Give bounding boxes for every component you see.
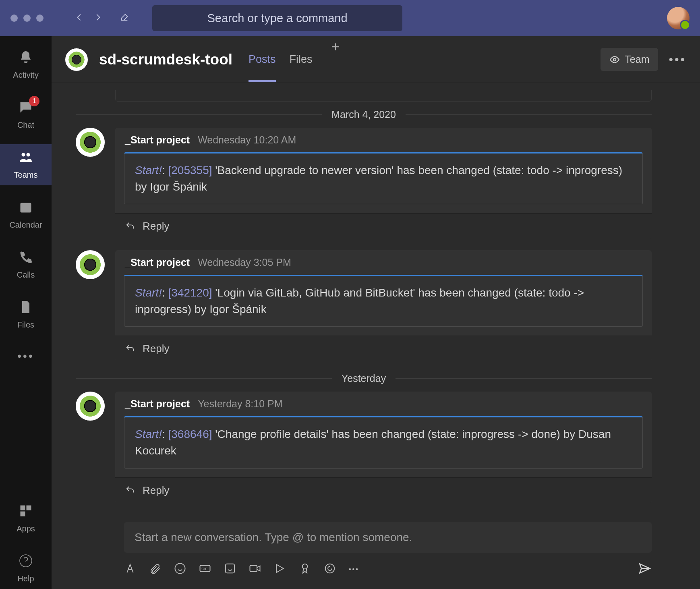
channel-tabs: Posts Files ＋ [249,37,345,82]
emoji-button[interactable] [174,562,186,576]
message-author[interactable]: _Start project [125,134,190,146]
file-icon [19,300,33,316]
rail-label: Chat [17,120,34,130]
reply-label: Reply [143,484,169,497]
channel-header: sd-scrumdesk-tool Posts Files ＋ Team ••• [52,36,700,83]
attach-button[interactable] [149,562,161,576]
user-avatar[interactable] [667,7,690,29]
rail-label: Calls [17,270,35,280]
date-divider: March 4, 2020 [76,109,652,120]
date-label: March 4, 2020 [331,109,396,120]
sender-avatar-icon[interactable] [76,250,105,279]
sender-avatar-icon[interactable] [76,128,105,157]
send-button[interactable] [638,562,652,577]
search-input[interactable] [152,5,402,31]
connector-card[interactable]: Start!: [368646] 'Change profile details… [124,416,643,468]
search-box[interactable] [152,5,402,31]
bell-icon [19,50,33,66]
chat-unread-badge: 1 [29,96,39,106]
history-nav [75,13,102,23]
rail-calendar[interactable]: Calendar [0,194,52,235]
message-thread: _Start project Yesterday 8:10 PM Start!:… [76,392,652,503]
rail-label: Calendar [9,220,42,230]
connector-card[interactable]: Start!: [205355] 'Backend upgrade to new… [124,152,643,204]
calendar-icon [19,200,33,216]
task-link[interactable]: [342120] [168,286,212,299]
rail-teams[interactable]: Teams [0,144,52,185]
channel-more-button[interactable]: ••• [669,53,686,66]
svg-rect-11 [226,564,235,573]
rail-calls[interactable]: Calls [0,244,52,285]
new-conversation-box[interactable] [124,522,652,553]
sender-avatar-icon[interactable] [76,392,105,421]
rail-activity[interactable]: Activity [0,44,52,85]
eye-icon [609,54,620,65]
svg-point-8 [175,564,185,574]
gif-button[interactable]: GIF [199,562,211,576]
message-author[interactable]: _Start project [125,257,190,268]
back-button[interactable] [75,13,84,23]
reply-icon [125,486,135,495]
add-tab-button[interactable]: ＋ [326,37,345,82]
task-link[interactable]: [368646] [168,428,212,440]
rail-help[interactable]: Help [0,548,52,589]
message-feed[interactable]: March 4, 2020 _Start project Wednesday 1… [52,83,700,522]
team-button-label: Team [625,54,649,65]
svg-point-14 [325,564,335,573]
message-thread: _Start project Wednesday 10:20 AM Start!… [76,128,652,239]
minimize-window-icon[interactable] [23,15,31,22]
phone-icon [19,250,33,266]
format-button[interactable] [124,562,136,576]
card-tag: Start! [135,428,162,440]
praise-button[interactable] [299,562,311,576]
meet-now-button[interactable] [249,562,261,576]
titlebar [0,0,700,36]
card-tag: Start! [135,286,162,299]
date-divider: Yesterday [76,373,652,384]
help-icon [19,554,33,570]
connector-card[interactable]: Start!: [342120] 'Login via GitLab, GitH… [124,275,643,327]
composer-input[interactable] [135,531,641,544]
message-time: Wednesday 10:20 AM [198,134,296,146]
svg-text:GIF: GIF [201,567,207,571]
rail-files[interactable]: Files [0,294,52,335]
channel-title: sd-scrumdesk-tool [99,51,232,68]
composer-toolbar: GIF ••• [124,562,652,577]
apps-icon [19,504,33,520]
rail-apps[interactable]: Apps [0,498,52,539]
close-window-icon[interactable] [10,15,18,22]
channel-logo-icon [65,48,88,71]
composer-area: GIF ••• [52,522,700,589]
reply-icon [125,222,135,231]
reply-label: Reply [143,342,169,355]
reply-button[interactable]: Reply [115,477,652,503]
rail-label: Apps [17,524,35,533]
rail-more[interactable]: ••• [0,344,52,368]
new-message-button[interactable] [120,13,129,23]
partial-thread [115,90,652,102]
rail-chat[interactable]: 1 Chat [0,94,52,135]
team-button[interactable]: Team [601,48,658,71]
task-link[interactable]: [205355] [168,164,212,176]
toolbar-more-button[interactable]: ••• [349,566,359,573]
message-time: Wednesday 3:05 PM [198,257,291,268]
reply-button[interactable]: Reply [115,213,652,239]
stream-button[interactable] [274,562,286,576]
message-author[interactable]: _Start project [125,398,190,410]
svg-rect-3 [21,506,25,510]
tab-files[interactable]: Files [290,37,313,82]
chat-icon: 1 [19,100,33,116]
rail-label: Files [17,320,34,330]
reply-icon [125,344,135,353]
date-label: Yesterday [342,373,386,384]
forward-button[interactable] [93,13,102,23]
tab-posts[interactable]: Posts [249,37,276,82]
reply-label: Reply [143,220,169,232]
sticker-button[interactable] [224,562,236,576]
rail-label: Teams [14,170,38,180]
approvals-button[interactable] [324,562,336,576]
reply-button[interactable]: Reply [115,336,652,361]
svg-point-0 [22,153,25,157]
maximize-window-icon[interactable] [36,15,43,22]
card-tag: Start! [135,164,162,176]
